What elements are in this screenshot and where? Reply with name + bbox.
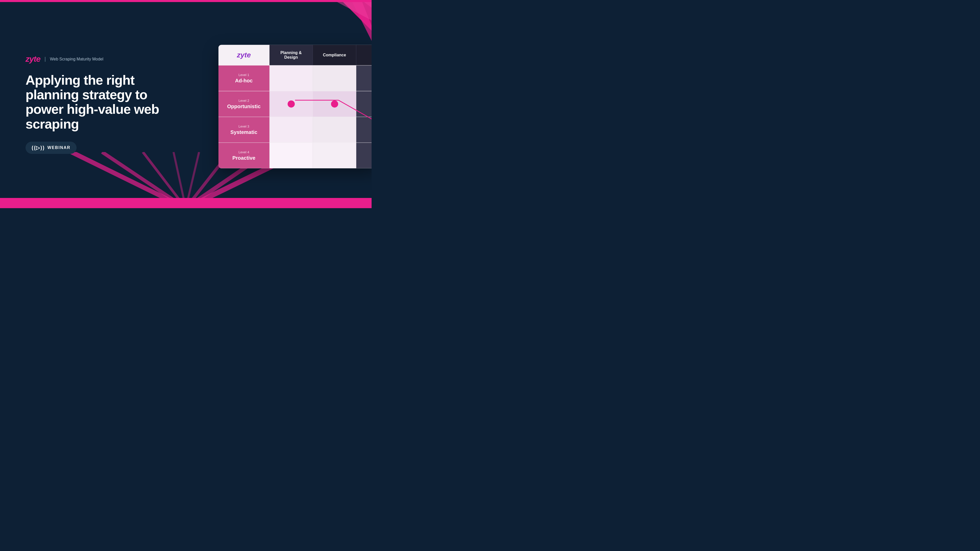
- level-proactive: Level 4 Proactive: [218, 143, 269, 168]
- level-systematic: Level 3 Systematic: [218, 117, 269, 143]
- header-partial: [356, 45, 372, 65]
- webinar-badge: ((▷)) WEBINAR: [25, 141, 76, 154]
- level-adhoc: Level 1 Ad-hoc: [218, 65, 269, 91]
- systematic-planning: [269, 117, 313, 143]
- opportunistic-planning: [269, 91, 313, 117]
- systematic-partial: [356, 117, 372, 143]
- level-opportunistic: Level 2 Opportunistic: [218, 91, 269, 117]
- level-number-2: Level 2: [239, 99, 249, 103]
- right-content: zyte Planning & Design Compliance Level …: [218, 45, 372, 168]
- brand-logo: zyte: [25, 54, 40, 64]
- maturity-table: zyte Planning & Design Compliance Level …: [218, 45, 372, 168]
- level-name-proactive: Proactive: [232, 155, 255, 161]
- dot-planning: [288, 100, 295, 108]
- table-row-adhoc: Level 1 Ad-hoc: [218, 65, 372, 91]
- adhoc-compliance: [313, 65, 356, 91]
- table-row-systematic: Level 3 Systematic: [218, 117, 372, 143]
- table-header: zyte Planning & Design Compliance: [218, 45, 372, 65]
- level-number-3: Level 3: [239, 124, 249, 128]
- proactive-planning: [269, 143, 313, 168]
- adhoc-partial: [356, 65, 372, 91]
- table-row-opportunistic: Level 2 Opportunistic: [218, 91, 372, 117]
- webinar-label: WEBINAR: [48, 145, 70, 150]
- header-brand-cell: zyte: [218, 45, 269, 65]
- opportunistic-compliance: [313, 91, 356, 117]
- left-content: zyte | Web Scraping Maturity Model Apply…: [25, 54, 166, 154]
- proactive-partial: [356, 143, 372, 168]
- bottom-border: [0, 206, 372, 208]
- header-brand-logo: zyte: [237, 51, 251, 59]
- brand-divider: |: [45, 56, 46, 62]
- level-number-1: Level 1: [239, 73, 249, 77]
- dot-compliance: [331, 100, 338, 108]
- opportunistic-partial: [356, 91, 372, 117]
- brand-subtitle: Web Scraping Maturity Model: [50, 57, 103, 62]
- systematic-compliance: [313, 117, 356, 143]
- adhoc-planning: [269, 65, 313, 91]
- brand-header: zyte | Web Scraping Maturity Model: [25, 54, 166, 64]
- level-name-systematic: Systematic: [231, 129, 258, 135]
- top-border: [0, 0, 372, 2]
- table-row-proactive: Level 4 Proactive: [218, 143, 372, 168]
- level-number-4: Level 4: [239, 150, 249, 154]
- webinar-icon: ((▷)): [32, 144, 45, 151]
- header-compliance: Compliance: [313, 45, 356, 65]
- level-name-opportunistic: Opportunistic: [227, 103, 261, 110]
- header-planning-design: Planning & Design: [269, 45, 313, 65]
- proactive-compliance: [313, 143, 356, 168]
- level-name-adhoc: Ad-hoc: [235, 78, 253, 84]
- main-headline: Applying the right planning strategy to …: [25, 73, 166, 131]
